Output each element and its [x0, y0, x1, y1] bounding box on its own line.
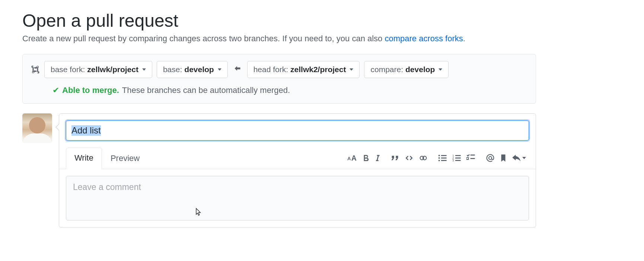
svg-rect-9 [441, 160, 447, 161]
merge-detail-text: These branches can be automatically merg… [122, 86, 290, 95]
subtitle-text: Create a new pull request by comparing c… [22, 34, 385, 43]
head-fork-select[interactable]: head fork: zellwk2/project [247, 61, 360, 78]
svg-rect-11 [455, 155, 461, 156]
page-subtitle: Create a new pull request by comparing c… [22, 34, 622, 44]
chevron-down-icon [522, 157, 526, 159]
chevron-down-icon [350, 68, 353, 71]
compare-value: develop [405, 65, 435, 74]
head-fork-label: head fork: [254, 65, 288, 74]
text-size-icon[interactable]: AA [347, 154, 357, 162]
arrow-left-icon [232, 65, 243, 74]
bold-icon[interactable] [362, 154, 370, 162]
pr-title-input[interactable] [66, 120, 529, 141]
chevron-down-icon [142, 68, 146, 71]
svg-rect-16 [471, 155, 475, 156]
base-value: develop [184, 65, 214, 74]
svg-text:A: A [351, 154, 357, 162]
unordered-list-icon[interactable] [438, 154, 447, 162]
tab-write[interactable]: Write [66, 148, 102, 169]
task-list-icon[interactable] [466, 154, 475, 162]
tabs-row: Write Preview AA [59, 147, 536, 169]
merge-status: ✔ Able to merge. These branches can be a… [31, 86, 527, 95]
ordered-list-icon[interactable]: 123 [452, 154, 461, 162]
link-icon[interactable] [419, 154, 428, 162]
chevron-down-icon [439, 68, 442, 71]
svg-point-6 [439, 157, 440, 159]
svg-text:A: A [347, 156, 351, 162]
markdown-toolbar: AA [347, 154, 529, 162]
svg-text:3: 3 [452, 159, 454, 162]
subtitle-post: . [463, 34, 465, 43]
base-branch-select[interactable]: base: develop [157, 61, 228, 78]
svg-point-4 [439, 155, 440, 156]
svg-point-8 [439, 160, 440, 161]
base-fork-value: zellwk/project [87, 65, 138, 74]
svg-rect-7 [441, 158, 447, 159]
comment-placeholder: Leave a comment [73, 182, 141, 192]
mention-icon[interactable] [486, 154, 495, 162]
svg-rect-17 [466, 158, 468, 160]
svg-rect-5 [441, 155, 447, 156]
page-title: Open a pull request [22, 10, 622, 31]
svg-rect-15 [455, 160, 461, 161]
compare-label: compare: [370, 65, 403, 74]
tab-preview[interactable]: Preview [102, 148, 148, 169]
compare-box: base fork: zellwk/project base: develop … [22, 54, 536, 104]
bookmark-icon[interactable] [500, 154, 507, 162]
check-icon: ✔ [52, 86, 59, 95]
head-fork-value: zellwk2/project [290, 65, 346, 74]
avatar [22, 113, 52, 143]
compare-across-forks-link[interactable]: compare across forks [385, 34, 463, 43]
base-fork-label: base fork: [51, 65, 85, 74]
svg-rect-13 [455, 158, 461, 159]
reply-icon[interactable] [512, 154, 526, 162]
italic-icon[interactable] [375, 154, 380, 162]
git-compare-icon [31, 65, 40, 74]
compare-branch-select[interactable]: compare: develop [364, 61, 449, 78]
quote-icon[interactable] [390, 154, 399, 162]
editor-wrap: Write Preview AA [22, 113, 536, 228]
svg-point-19 [489, 157, 492, 160]
base-label: base: [163, 65, 182, 74]
code-icon[interactable] [405, 154, 414, 162]
svg-rect-18 [471, 158, 475, 159]
base-fork-select[interactable]: base fork: zellwk/project [44, 61, 152, 78]
editor-box: Write Preview AA [59, 113, 536, 228]
chevron-down-icon [218, 68, 221, 71]
merge-ok-text: Able to merge. [62, 86, 119, 95]
compare-row: base fork: zellwk/project base: develop … [31, 61, 527, 78]
comment-textarea[interactable]: Leave a comment [66, 176, 529, 220]
